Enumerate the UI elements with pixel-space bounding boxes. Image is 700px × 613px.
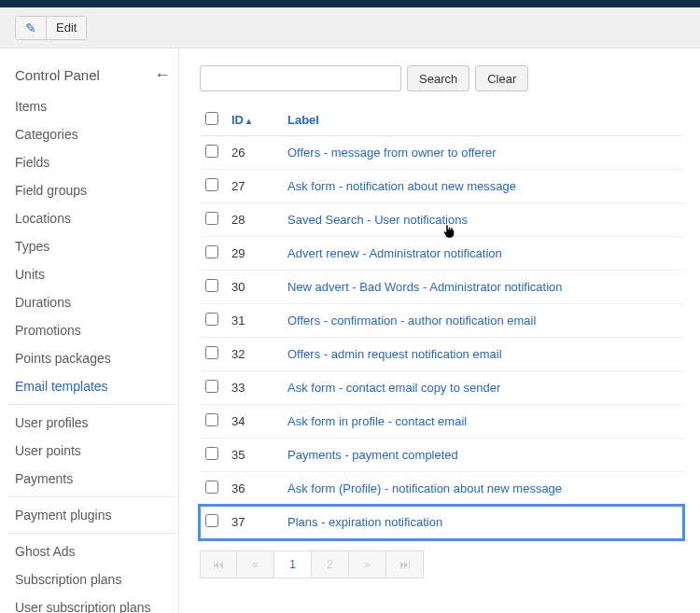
page-button[interactable]: » <box>349 550 386 578</box>
row-checkbox[interactable] <box>205 245 218 258</box>
row-label-link[interactable]: Offers - admin request notification emai… <box>287 347 502 361</box>
sidebar-item[interactable]: Fields <box>7 148 178 176</box>
sidebar: Control Panel ← ItemsCategoriesFieldsFie… <box>0 49 179 613</box>
sidebar-item[interactable]: Units <box>7 260 178 288</box>
row-checkbox[interactable] <box>205 145 218 158</box>
row-label-link[interactable]: Plans - expiration notification <box>287 515 442 529</box>
sidebar-item[interactable]: Email templates <box>7 372 178 400</box>
row-checkbox[interactable] <box>205 514 218 527</box>
sidebar-item[interactable]: Ghost Ads <box>7 537 178 565</box>
sidebar-item[interactable]: Types <box>7 232 178 260</box>
row-label-link[interactable]: Offers - confirmation - author notificat… <box>287 313 536 327</box>
sidebar-item[interactable]: Points packages <box>7 344 178 372</box>
column-id[interactable]: ID <box>231 113 251 127</box>
table-row: 34Ask form in profile - contact email <box>200 405 683 439</box>
sidebar-title: Control Panel <box>15 67 100 83</box>
row-label-link[interactable]: New advert - Bad Words - Administrator n… <box>287 280 563 294</box>
row-id: 29 <box>226 237 282 271</box>
row-checkbox[interactable] <box>205 481 218 494</box>
data-table: ID Label 26Offers - message from owner t… <box>200 104 683 539</box>
sidebar-item[interactable]: Locations <box>7 204 178 232</box>
row-label-link[interactable]: Offers - message from owner to offerer <box>287 146 497 160</box>
table-row: 33Ask form - contact email copy to sende… <box>200 371 683 405</box>
page-button[interactable]: 2 <box>312 550 349 578</box>
table-row: 35Payments - payment completed <box>200 439 683 472</box>
table-row: 28Saved Search - User notifications <box>200 203 683 237</box>
row-id: 37 <box>226 506 282 539</box>
pagination: ⏮«12»⏭ <box>200 550 683 578</box>
search-bar: Search Clear <box>200 65 683 91</box>
sidebar-item[interactable]: User subscription plans <box>7 593 178 613</box>
table-row: 37Plans - expiration notification <box>200 506 683 539</box>
row-label-link[interactable]: Ask form in profile - contact email <box>287 414 467 428</box>
edit-icon-button[interactable] <box>15 16 47 40</box>
edit-button[interactable]: Edit <box>47 16 87 40</box>
row-label-link[interactable]: Advert renew - Administrator notificatio… <box>287 246 502 260</box>
row-checkbox[interactable] <box>205 447 218 460</box>
table-row: 32Offers - admin request notification em… <box>200 338 683 371</box>
page-button[interactable]: ⏭ <box>386 550 424 578</box>
row-id: 32 <box>226 338 282 371</box>
sidebar-item[interactable]: Durations <box>7 288 178 316</box>
row-id: 36 <box>226 472 282 506</box>
row-label-link[interactable]: Payments - payment completed <box>287 448 458 462</box>
sidebar-collapse-icon[interactable]: ← <box>154 65 171 85</box>
page-button: ⏮ <box>200 550 237 578</box>
row-checkbox[interactable] <box>205 346 218 359</box>
row-label-link[interactable]: Saved Search - User notifications <box>287 213 468 227</box>
row-id: 26 <box>226 136 282 170</box>
row-checkbox[interactable] <box>205 212 218 225</box>
sidebar-item[interactable]: Subscription plans <box>7 565 178 593</box>
search-input[interactable] <box>200 65 401 91</box>
table-row: 26Offers - message from owner to offerer <box>200 136 683 170</box>
row-checkbox[interactable] <box>205 279 218 292</box>
row-label-link[interactable]: Ask form - notification about new messag… <box>287 179 516 193</box>
search-button[interactable]: Search <box>407 65 469 91</box>
row-id: 27 <box>226 170 282 203</box>
row-id: 33 <box>226 371 282 405</box>
row-id: 35 <box>226 439 282 472</box>
sidebar-item[interactable]: User points <box>7 437 178 465</box>
edit-icon <box>25 21 36 35</box>
table-row: 27Ask form - notification about new mess… <box>200 170 683 203</box>
sidebar-item[interactable]: User profiles <box>7 409 178 437</box>
page-button: « <box>237 550 274 578</box>
clear-button[interactable]: Clear <box>475 65 528 91</box>
table-row: 29Advert renew - Administrator notificat… <box>200 237 683 271</box>
row-id: 31 <box>226 304 282 338</box>
row-checkbox[interactable] <box>205 413 218 426</box>
row-id: 30 <box>226 271 282 304</box>
row-label-link[interactable]: Ask form - contact email copy to sender <box>287 381 500 395</box>
app-topbar <box>0 0 700 7</box>
table-row: 30New advert - Bad Words - Administrator… <box>200 271 683 304</box>
sidebar-item[interactable]: Payment plugins <box>7 501 178 529</box>
sidebar-item[interactable]: Items <box>7 92 178 120</box>
row-checkbox[interactable] <box>205 380 218 393</box>
toolbar: Edit <box>0 7 700 49</box>
row-id: 28 <box>226 203 282 237</box>
row-label-link[interactable]: Ask form (Profile) - notification about … <box>287 481 562 495</box>
sidebar-item[interactable]: Field groups <box>7 176 178 204</box>
column-label[interactable]: Label <box>282 104 683 136</box>
page-button[interactable]: 1 <box>274 550 312 578</box>
table-row: 31Offers - confirmation - author notific… <box>200 304 683 338</box>
table-row: 36Ask form (Profile) - notification abou… <box>200 472 683 506</box>
row-checkbox[interactable] <box>205 313 218 326</box>
row-id: 34 <box>226 405 282 439</box>
select-all-checkbox[interactable] <box>205 112 218 125</box>
sidebar-item[interactable]: Payments <box>7 465 178 493</box>
main-content: Search Clear ID Label 26Offers - message… <box>179 49 700 613</box>
sidebar-item[interactable]: Promotions <box>7 316 178 344</box>
row-checkbox[interactable] <box>205 178 218 191</box>
sidebar-item[interactable]: Categories <box>7 120 178 148</box>
